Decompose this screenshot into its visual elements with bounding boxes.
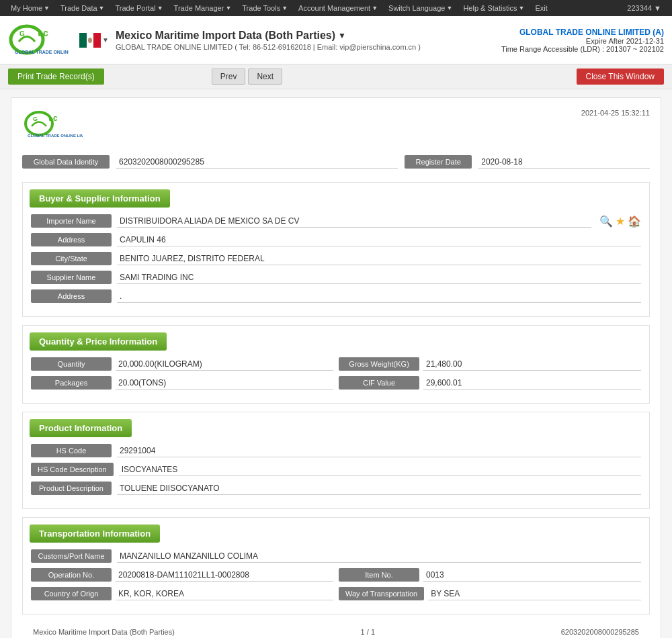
prev-button-top[interactable]: Prev: [212, 69, 246, 85]
top-toolbar: Print Trade Record(s) Prev Next Close Th…: [0, 64, 672, 89]
item-no-label: Item No.: [339, 568, 419, 582]
packages-col: Packages 20.00(TONS): [31, 376, 333, 390]
quantity-gross-row: Quantity 20,000.00(KILOGRAM) Gross Weigh…: [31, 357, 641, 371]
cif-value-label: CIF Value: [339, 376, 419, 390]
record-footer-center: 1 / 1: [361, 628, 375, 636]
svg-text:G: G: [33, 116, 38, 122]
title-area: Mexico Maritime Import Data (Both Partie…: [116, 30, 501, 51]
way-transport-label: Way of Transportation: [339, 587, 424, 600]
product-section: Product Information HS Code 29291004 HS …: [22, 412, 650, 509]
gross-weight-col: Gross Weight(KG) 21,480.00: [339, 357, 641, 371]
way-transport-col: Way of Transportation BY SEA: [339, 587, 641, 600]
quantity-value: 20,000.00(KILOGRAM): [116, 358, 333, 371]
transportation-section: Transportation Information Customs/Port …: [22, 517, 650, 614]
transportation-body: Customs/Port Name MANZANILLO MANZANILLO …: [23, 549, 649, 600]
search-icon[interactable]: 🔍: [599, 215, 613, 228]
nav-exit[interactable]: Exit: [530, 4, 552, 12]
operation-item-row: Operation No. 20200818-DAM111021LL1-0002…: [31, 568, 641, 582]
nav-trade-manager[interactable]: Trade Manager ▼: [169, 4, 237, 12]
way-transport-value: BY SEA: [428, 588, 641, 600]
city-state-label: City/State: [31, 252, 112, 265]
svg-text:t: t: [38, 28, 41, 38]
svg-point-8: [88, 38, 92, 43]
quantity-col: Quantity 20,000.00(KILOGRAM): [31, 357, 333, 371]
city-state-row: City/State BENITO JUAREZ, DISTRITO FEDER…: [31, 252, 641, 265]
country-origin-label: Country of Orign: [31, 587, 112, 600]
hs-code-desc-row: HS Code Description ISOCYANATES: [31, 463, 641, 476]
star-icon[interactable]: ★: [616, 215, 625, 228]
nav-trade-portal[interactable]: Trade Portal ▼: [110, 4, 169, 12]
record-footer-right: 6203202008000295285: [561, 628, 639, 636]
nav-switch-lang[interactable]: Switch Language ▼: [383, 4, 458, 12]
nav-trade-tools[interactable]: Trade Tools ▼: [237, 4, 293, 12]
user-id: 223344 ▼: [622, 4, 667, 12]
product-desc-value: TOLUENE DIISOCYANATO: [117, 482, 641, 495]
card-gtc-logo: G t c GLOBAL TRADE ONLINE LIMITED: [22, 109, 83, 141]
cif-value-col: CIF Value 29,600.01: [339, 376, 641, 390]
supplier-address-value: .: [117, 290, 641, 303]
global-data-identity-label: Global Data Identity: [22, 155, 110, 169]
home-icon[interactable]: 🏠: [628, 215, 641, 228]
item-no-col: Item No. 0013: [339, 568, 641, 582]
product-desc-label: Product Description: [31, 482, 112, 495]
nav-my-home[interactable]: My Home ▼: [5, 4, 55, 12]
supplier-name-row: Supplier Name SAMI TRADING INC: [31, 271, 641, 284]
print-button-top[interactable]: Print Trade Record(s): [8, 69, 104, 85]
main-content: G t c GLOBAL TRADE ONLINE LIMITED 2021-0…: [0, 89, 672, 638]
hs-code-label: HS Code: [31, 444, 112, 457]
dropdown-arrow: ▼: [372, 5, 378, 11]
city-state-value: BENITO JUAREZ, DISTRITO FEDERAL: [117, 253, 641, 265]
product-body: HS Code 29291004 HS Code Description ISO…: [23, 444, 649, 495]
company-name: GLOBAL TRADE ONLINE LIMITED (A): [501, 28, 664, 37]
country-origin-value: KR, KOR, KOREA: [116, 588, 333, 600]
gross-weight-label: Gross Weight(KG): [339, 357, 419, 371]
address-row: Address CAPULIN 46: [31, 233, 641, 246]
svg-text:t: t: [48, 113, 51, 123]
operation-no-label: Operation No.: [31, 568, 112, 582]
svg-text:c: c: [53, 113, 58, 123]
supplier-name-value: SAMI TRADING INC: [117, 271, 641, 284]
nav-trade-data[interactable]: Trade Data ▼: [55, 4, 110, 12]
svg-rect-5: [79, 33, 87, 48]
hs-code-desc-value: ISOCYANATES: [119, 463, 641, 476]
header-right: GLOBAL TRADE ONLINE LIMITED (A) Expire A…: [501, 28, 664, 53]
hs-code-value: 29291004: [117, 445, 641, 457]
record-footer-left: Mexico Maritime Import Data (Both Partie…: [33, 628, 175, 636]
item-no-value: 0013: [423, 569, 641, 582]
dropdown-arrow: ▼: [44, 5, 50, 11]
svg-text:GLOBAL TRADE ONLINE LIMITED: GLOBAL TRADE ONLINE LIMITED: [15, 50, 69, 54]
card-logo: G t c GLOBAL TRADE ONLINE LIMITED: [22, 109, 83, 143]
importer-name-label: Importer Name: [31, 214, 112, 228]
title-dropdown-icon[interactable]: ▼: [338, 31, 346, 40]
next-button-top[interactable]: Next: [248, 69, 282, 85]
customs-port-row: Customs/Port Name MANZANILLO MANZANILLO …: [31, 549, 641, 563]
product-desc-row: Product Description TOLUENE DIISOCYANATO: [31, 482, 641, 495]
importer-icons: 🔍 ★ 🏠: [599, 215, 641, 228]
product-title: Product Information: [30, 419, 132, 437]
customs-port-label: Customs/Port Name: [31, 549, 112, 563]
record-footer: Mexico Maritime Import Data (Both Partie…: [22, 623, 650, 636]
dropdown-arrow: ▼: [446, 5, 452, 11]
packages-cif-row: Packages 20.00(TONS) CIF Value 29,600.01: [31, 376, 641, 390]
card-header: G t c GLOBAL TRADE ONLINE LIMITED 2021-0…: [22, 109, 650, 143]
dropdown-arrow: ▼: [518, 5, 524, 11]
record-card: G t c GLOBAL TRADE ONLINE LIMITED 2021-0…: [11, 97, 661, 638]
nav-help-stats[interactable]: Help & Statistics ▼: [458, 4, 530, 12]
card-timestamp: 2021-04-25 15:32:11: [581, 109, 650, 117]
page-title: Mexico Maritime Import Data (Both Partie…: [116, 30, 501, 42]
supplier-address-label: Address: [31, 289, 112, 303]
quantity-price-title: Quantity & Price Information: [30, 332, 167, 351]
svg-text:GLOBAL TRADE ONLINE LIMITED: GLOBAL TRADE ONLINE LIMITED: [28, 134, 83, 138]
logo-area: G t c GLOBAL TRADE ONLINE LIMITED: [8, 21, 69, 58]
page-header: G t c GLOBAL TRADE ONLINE LIMITED ▼ Mexi…: [0, 16, 672, 64]
hs-code-row: HS Code 29291004: [31, 444, 641, 457]
flag-dropdown[interactable]: ▼: [102, 36, 109, 44]
svg-text:c: c: [43, 28, 48, 38]
dropdown-arrow: ▼: [99, 5, 105, 11]
address-value: CAPULIN 46: [117, 234, 641, 246]
mexico-flag: [79, 33, 101, 48]
expire-date: Expire After 2021-12-31: [501, 37, 664, 45]
close-button-top[interactable]: Close This Window: [577, 69, 664, 85]
country-origin-col: Country of Orign KR, KOR, KOREA: [31, 587, 333, 600]
nav-account-mgmt[interactable]: Account Management ▼: [293, 4, 383, 12]
